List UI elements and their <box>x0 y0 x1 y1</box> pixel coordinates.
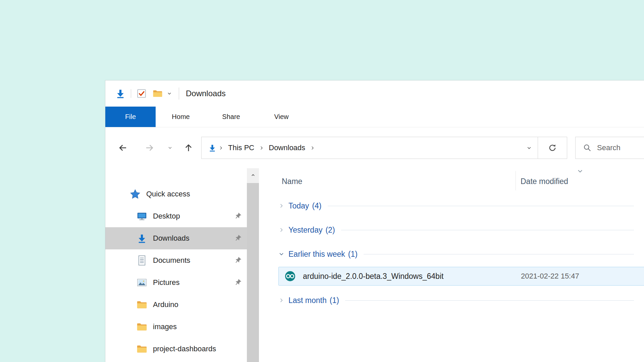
sort-descending-icon <box>577 169 583 175</box>
pin-icon <box>234 257 241 264</box>
group-divider <box>364 254 634 254</box>
forward-button[interactable] <box>142 140 157 155</box>
sidebar-item-label: Downloads <box>153 234 190 243</box>
breadcrumb-this-pc[interactable]: This PC <box>225 143 257 152</box>
sidebar-item-label: Desktop <box>153 212 180 221</box>
group-count: (2) <box>325 226 335 235</box>
sidebar-item-arduino[interactable]: Arduino <box>105 294 247 316</box>
sidebar-item-quick-access[interactable]: Quick access <box>105 183 247 205</box>
refresh-button[interactable] <box>538 137 567 159</box>
quick-access-star-icon <box>129 188 141 200</box>
chevron-right-icon[interactable] <box>310 145 315 150</box>
chevron-right-icon[interactable] <box>259 145 264 150</box>
scroll-up-button[interactable] <box>247 168 259 182</box>
sidebar-item-label: Arduino <box>153 300 178 309</box>
group-divider <box>345 300 634 301</box>
downloads-icon <box>115 88 125 99</box>
sidebar-item-label: Pictures <box>153 278 179 287</box>
group-header-today[interactable]: Today (4) <box>276 194 644 218</box>
navigation-pane: Quick access Desktop Downloads <box>105 168 247 362</box>
column-divider[interactable] <box>516 171 516 190</box>
scrollbar-thumb[interactable] <box>247 183 259 362</box>
new-folder-icon[interactable] <box>153 89 163 98</box>
chevron-down-icon[interactable] <box>276 251 287 257</box>
properties-check-icon[interactable] <box>137 88 147 99</box>
group-header-yesterday[interactable]: Yesterday (2) <box>276 218 644 242</box>
sidebar-item-desktop[interactable]: Desktop <box>105 205 247 227</box>
pin-icon <box>234 213 241 220</box>
search-box[interactable] <box>575 137 644 159</box>
file-explorer-window: Downloads File Home Share View This PC <box>105 80 644 362</box>
toolbar-separator <box>179 87 179 100</box>
group-label: Yesterday <box>288 226 322 235</box>
content-area: Quick access Desktop Downloads <box>105 168 644 362</box>
group-count: (1) <box>348 250 358 259</box>
folder-icon <box>136 321 148 333</box>
file-date-modified: 2021-02-22 15:47 <box>521 272 579 281</box>
navigation-bar: This PC Downloads <box>105 127 644 168</box>
folder-icon <box>136 343 148 355</box>
sidebar-item-label: Quick access <box>146 190 190 198</box>
sidebar-item-pictures[interactable]: Pictures <box>105 272 247 294</box>
folder-icon <box>136 299 148 310</box>
address-dropdown-icon[interactable] <box>520 137 538 159</box>
group-divider <box>341 230 634 230</box>
tab-view[interactable]: View <box>256 107 307 127</box>
tab-file[interactable]: File <box>105 107 156 127</box>
sidebar-item-images[interactable]: images <box>105 316 247 338</box>
group-divider <box>328 206 634 206</box>
file-name: arduino-ide_2.0.0-beta.3_Windows_64bit <box>303 272 443 281</box>
chevron-right-icon[interactable] <box>276 202 287 209</box>
downloads-icon <box>208 144 216 152</box>
sidebar-item-documents[interactable]: Documents <box>105 249 247 272</box>
pictures-icon <box>136 277 148 288</box>
desktop-icon <box>136 210 148 222</box>
file-list: Name Date modified Today (4) Yesterday (… <box>259 168 644 362</box>
pin-icon <box>234 235 241 242</box>
group-label: Last month <box>288 296 327 305</box>
sidebar-scrollbar[interactable] <box>247 168 259 362</box>
arduino-icon <box>284 270 296 282</box>
search-icon <box>583 143 592 152</box>
sidebar-item-label: images <box>153 322 177 331</box>
window-title: Downloads <box>186 89 226 98</box>
sidebar-item-downloads[interactable]: Downloads <box>105 227 247 249</box>
pin-icon <box>234 279 241 286</box>
tab-home[interactable]: Home <box>156 107 206 127</box>
document-icon <box>136 255 148 266</box>
sidebar-item-project-dashboards[interactable]: project-dashboards <box>105 338 247 360</box>
downloads-icon <box>136 233 148 244</box>
group-count: (1) <box>330 296 339 305</box>
column-headers: Name Date modified <box>276 168 644 194</box>
group-header-earlier-this-week[interactable]: Earlier this week (1) <box>276 242 644 266</box>
breadcrumb-downloads[interactable]: Downloads <box>266 143 308 152</box>
group-header-last-month[interactable]: Last month (1) <box>276 288 644 312</box>
group-label: Today <box>288 201 309 210</box>
customize-dropdown-icon[interactable] <box>167 91 172 96</box>
up-button[interactable] <box>181 140 196 155</box>
search-input[interactable] <box>597 143 644 152</box>
toolbar-separator <box>131 89 131 98</box>
address-bar[interactable]: This PC Downloads <box>201 137 567 159</box>
tab-share[interactable]: Share <box>206 107 256 127</box>
file-row-arduino-ide[interactable]: arduino-ide_2.0.0-beta.3_Windows_64bit 2… <box>278 267 644 286</box>
group-count: (4) <box>312 201 321 210</box>
group-label: Earlier this week <box>288 250 345 259</box>
back-button[interactable] <box>115 140 130 155</box>
titlebar: Downloads <box>105 80 644 107</box>
ribbon-tabs: File Home Share View <box>105 107 644 127</box>
chevron-right-icon[interactable] <box>276 227 287 233</box>
sidebar-item-label: Documents <box>153 256 190 265</box>
sidebar-item-label: project-dashboards <box>153 345 216 353</box>
recent-locations-dropdown-icon[interactable] <box>165 140 175 155</box>
column-header-name[interactable]: Name <box>282 177 302 186</box>
column-header-date-modified[interactable]: Date modified <box>521 177 568 186</box>
chevron-right-icon <box>218 145 223 150</box>
chevron-right-icon[interactable] <box>276 297 287 304</box>
